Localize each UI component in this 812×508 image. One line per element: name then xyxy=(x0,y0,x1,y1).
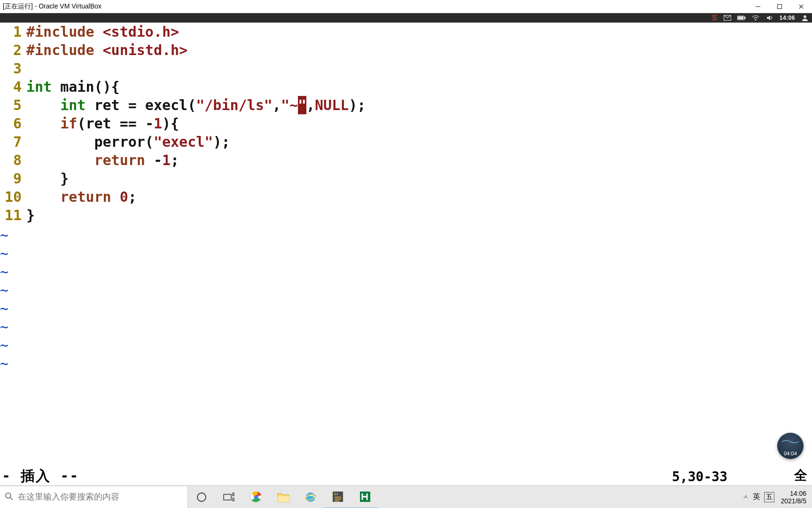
vim-tilde: ~ xyxy=(0,281,8,299)
line-number: 6 xyxy=(0,114,22,133)
clock-time: 14:06 xyxy=(781,490,807,497)
svg-rect-14 xyxy=(233,493,234,496)
guest-clock[interactable]: 14:06 xyxy=(780,15,795,21)
code-line xyxy=(26,59,812,78)
vim-tilde: ~ xyxy=(0,318,8,336)
search-input[interactable] xyxy=(18,492,178,502)
line-number: 11 xyxy=(0,206,22,224)
taskbar-clock[interactable]: 14:06 2021/8/5 xyxy=(778,490,810,505)
svg-rect-6 xyxy=(744,17,745,19)
host-taskbar: 64 ㅅ 英 五 14:06 2021/8/5 xyxy=(0,485,812,508)
code-line: #include <stdio.h> xyxy=(26,23,812,41)
host-titlebar: [正在运行] - Oracle VM VirtualBox xyxy=(0,0,812,13)
chrome-icon[interactable] xyxy=(242,486,270,508)
video-timestamp-badge: 04:04 xyxy=(777,433,804,459)
clock-date: 2021/8/5 xyxy=(781,497,807,505)
vim-tilde: ~ xyxy=(0,354,8,373)
svg-rect-15 xyxy=(233,498,234,501)
svg-point-9 xyxy=(804,16,806,18)
line-number: 9 xyxy=(0,169,22,188)
line-number: 10 xyxy=(0,188,22,206)
ime-mode: 五 xyxy=(764,492,774,502)
vim-tilde: ~ xyxy=(0,299,8,318)
vim-tilde: ~ xyxy=(0,226,8,244)
tray-chevron-icon[interactable]: ㅅ xyxy=(742,493,749,501)
vim-mode: - 插入 -- xyxy=(2,467,79,486)
svg-rect-1 xyxy=(778,4,782,8)
editor-area[interactable]: 1 2 3 4 5 6 7 8 9 10 11 #include <stdio.… xyxy=(0,23,812,474)
svg-point-10 xyxy=(6,493,11,498)
vim-tilde: ~ xyxy=(0,262,8,281)
svg-rect-13 xyxy=(224,494,231,500)
window-controls xyxy=(747,0,812,13)
ime-language: 英 xyxy=(753,492,760,502)
svg-text:64: 64 xyxy=(334,492,338,496)
window-title: [正在运行] - Oracle VM VirtualBox xyxy=(3,2,102,11)
wifi-icon[interactable] xyxy=(751,14,760,22)
minimize-button[interactable] xyxy=(747,0,769,13)
app-icon-2[interactable] xyxy=(351,486,379,508)
svg-point-19 xyxy=(306,492,315,502)
task-view-button[interactable] xyxy=(215,486,242,508)
guest-menubar: 五 14:06 xyxy=(0,13,812,23)
taskbar-items: 64 xyxy=(188,486,379,508)
svg-point-8 xyxy=(755,19,756,20)
code-line: return -1; xyxy=(26,151,812,169)
app-icon-1[interactable]: 64 xyxy=(324,486,351,508)
text-cursor: " xyxy=(298,96,306,114)
close-button[interactable] xyxy=(790,0,812,13)
vim-scroll-percent: 全 xyxy=(794,467,807,484)
vim-tilde: ~ xyxy=(0,336,8,354)
svg-rect-7 xyxy=(738,16,743,19)
code-line: } xyxy=(26,169,812,188)
line-number: 7 xyxy=(0,133,22,151)
line-number: 5 xyxy=(0,96,22,114)
line-number: 1 xyxy=(0,23,22,41)
code-line: int main(){ xyxy=(26,78,812,96)
taskbar-search[interactable] xyxy=(0,486,188,508)
vim-statusline: - 插入 -- 5,30-33 全 xyxy=(0,467,812,485)
file-explorer-icon[interactable] xyxy=(270,486,297,508)
line-number: 8 xyxy=(0,151,22,169)
code-line: #include <unistd.h> xyxy=(26,41,812,59)
ie-icon[interactable] xyxy=(297,486,324,508)
line-number: 3 xyxy=(0,59,22,78)
mail-icon[interactable] xyxy=(723,14,732,22)
battery-icon[interactable] xyxy=(737,14,746,22)
ime-indicator[interactable]: 英 五 xyxy=(753,492,774,502)
taskbar-tray: ㅅ 英 五 14:06 2021/8/5 xyxy=(742,486,812,508)
code-lines[interactable]: #include <stdio.h> #include <unistd.h> i… xyxy=(26,23,812,474)
svg-point-12 xyxy=(197,493,206,501)
user-icon[interactable] xyxy=(801,14,809,22)
vim-cursor-position: 5,30-33 xyxy=(672,469,727,484)
code-line: if(ret == -1){ xyxy=(26,114,812,133)
code-line: return 0; xyxy=(26,188,812,206)
code-line: int ret = execl("/bin/ls","~",NULL); xyxy=(26,96,812,114)
code-line: perror("execl"); xyxy=(26,133,812,151)
maximize-button[interactable] xyxy=(769,0,790,13)
line-number: 2 xyxy=(0,41,22,59)
line-number: 4 xyxy=(0,78,22,96)
volume-icon[interactable] xyxy=(765,14,774,22)
vim-tilde: ~ xyxy=(0,244,8,262)
badge-time: 04:04 xyxy=(784,451,797,456)
cortana-button[interactable] xyxy=(188,486,215,508)
guest-ime-indicator[interactable]: 五 xyxy=(711,14,718,22)
svg-line-11 xyxy=(10,498,13,500)
svg-rect-18 xyxy=(278,496,289,502)
code-line: } xyxy=(26,206,812,224)
search-icon xyxy=(5,492,13,502)
